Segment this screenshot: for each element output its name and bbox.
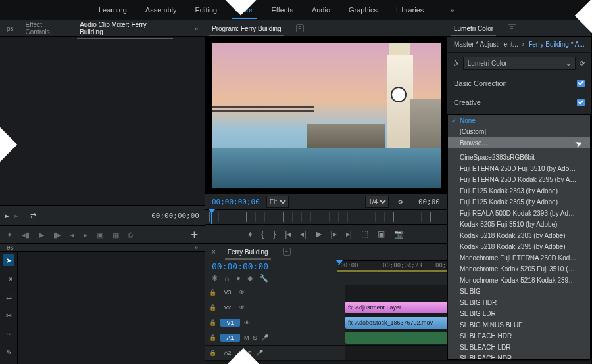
program-resolution-select[interactable]: 1/4 (365, 196, 389, 208)
workspace-tab-graphics[interactable]: Graphics (349, 6, 378, 14)
add-marker-icon[interactable]: ✦ (7, 231, 12, 239)
step-fwd-icon[interactable]: ▮▸ (53, 231, 61, 239)
linked-sel-icon[interactable]: ∩ (224, 274, 230, 283)
source-tab-audio-clip-mixer[interactable]: Audio Clip Mixer: Ferry Building (80, 21, 170, 35)
track-label[interactable]: V3 (220, 289, 235, 296)
dropdown-item[interactable]: Monochrome Kodak 5205 Fuji 3510 (by Adob… (448, 263, 590, 275)
markers-icon[interactable]: ● (236, 274, 241, 283)
voiceover-icon[interactable]: 🎤 (261, 334, 268, 341)
extract-icon[interactable]: ▣ (378, 229, 385, 239)
dropdown-item[interactable]: Fuji ETERNA 250D Kodak 2395 (by Adobe) (448, 174, 590, 185)
program-tab[interactable]: Program: Ferry Building (212, 25, 282, 32)
dropdown-item[interactable]: SL BIG HDR (448, 297, 590, 308)
razor-tool-icon[interactable]: ✂ (3, 309, 14, 321)
dropdown-item[interactable]: Fuji F125 Kodak 2395 (by Adobe) (448, 196, 590, 208)
track-label[interactable]: V1 (220, 319, 240, 327)
dropdown-item[interactable]: [Custom] (448, 126, 590, 137)
source-tab-effect-controls[interactable]: Effect Controls (26, 21, 68, 35)
look-preset-dropdown[interactable]: None[Custom]Browse...CineSpace2383sRGB6b… (447, 114, 591, 360)
lumetri-section-creative[interactable]: Creative (447, 93, 591, 112)
export-frame-icon[interactable]: 📷 (394, 229, 404, 239)
step-back-icon[interactable]: ◂| (300, 229, 306, 239)
lock-icon[interactable]: 🔒 (209, 319, 216, 326)
workspace-tab-effects[interactable]: Effects (271, 6, 293, 14)
dropdown-item[interactable]: Monochrome Fuji ETERNA 250D Kodak 2395 (… (448, 252, 590, 263)
clip-adjustment-layer[interactable]: fx Adjustment Layer (345, 302, 462, 313)
dropdown-item[interactable]: None (448, 115, 590, 126)
dropdown-item[interactable]: Browse... (448, 137, 590, 148)
mute-toggle[interactable]: M (244, 334, 249, 341)
lock-icon[interactable]: 🔒 (209, 304, 216, 311)
dropdown-item[interactable]: SL BIG MINUS BLUE (448, 319, 590, 330)
toggle-output-icon[interactable]: 👁 (239, 289, 245, 296)
workspace-tab-audio[interactable]: Audio (312, 6, 330, 14)
settings-icon[interactable]: ◆ (247, 274, 253, 283)
workspace-tab-learning[interactable]: Learning (99, 6, 127, 14)
program-timecode[interactable]: 00;00;00;00 (212, 198, 260, 206)
voiceover-icon[interactable]: 🎤 (256, 350, 263, 356)
project-tab-left[interactable]: es (7, 244, 14, 251)
clip-video[interactable]: fx AdobeStock_186376702.mov (345, 317, 461, 329)
track-label[interactable]: A2 (220, 350, 235, 356)
source-mode-icon[interactable]: ⇄ (30, 212, 36, 220)
program-playhead[interactable] (209, 210, 214, 224)
track-label[interactable]: V2 (220, 304, 235, 311)
solo-toggle[interactable]: S (253, 334, 257, 341)
dropdown-item[interactable]: Monochrome Kodak 5218 Kodak 2395 (by Ado… (448, 275, 590, 286)
marker-icon[interactable]: ♦ (248, 229, 252, 239)
timeline-tab[interactable]: Ferry Building (228, 248, 268, 256)
dropdown-item[interactable]: Fuji ETERNA 250D Fuji 3510 (by Adobe) (448, 163, 590, 174)
source-overflow-icon[interactable]: » (194, 25, 198, 32)
dropdown-item[interactable]: CineSpace2383sRGB6bit (448, 152, 590, 163)
lumetri-section-basic[interactable]: Basic Correction (447, 74, 591, 93)
lift-icon[interactable]: ⬚ (361, 229, 368, 239)
toggle-output-icon[interactable]: 👁 (239, 304, 245, 311)
overflow-icon[interactable]: » (194, 244, 198, 251)
pen-tool-icon[interactable]: ✎ (3, 346, 14, 358)
track-label[interactable]: A1 (220, 334, 240, 342)
lock-icon[interactable]: 🔒 (209, 334, 216, 341)
dropdown-item[interactable]: Kodak 5205 Fuji 3510 (by Adobe) (448, 219, 590, 230)
checkbox-on-icon[interactable] (577, 99, 585, 106)
play-icon[interactable]: ▶ (39, 231, 44, 239)
project-browser[interactable] (18, 252, 205, 364)
settings-icon[interactable]: ⚙ (398, 198, 403, 206)
dropdown-item[interactable]: SL BIG (448, 286, 590, 297)
export-frame-icon[interactable]: ⎙ (128, 231, 133, 239)
source-tab-ps[interactable]: ps (7, 25, 14, 32)
close-seq-icon[interactable]: × (212, 248, 216, 256)
ripple-tool-icon[interactable]: ⥄ (3, 291, 14, 303)
checkbox-on-icon[interactable] (577, 80, 585, 87)
dropdown-item[interactable]: SL BIG LDR (448, 308, 590, 319)
step-back-icon[interactable]: ◂▮ (22, 231, 30, 239)
snap-icon[interactable]: ✱ (212, 274, 218, 283)
dropdown-item[interactable]: SL BLEACH NDR (448, 353, 590, 360)
lumetri-clip-link[interactable]: Ferry Building * A... (528, 41, 585, 48)
button-editor-icon[interactable]: + (191, 228, 198, 242)
timeline-timecode[interactable]: 00:00:00:00 (205, 260, 337, 274)
dropdown-item[interactable]: SL BLEACH HDR (448, 330, 590, 342)
selection-tool-icon[interactable]: ➤ (3, 254, 14, 266)
lumetri-tab[interactable]: Lumetri Color (454, 25, 493, 32)
panel-menu-icon[interactable]: ≡ (508, 24, 516, 32)
play-icon[interactable]: ▶ (316, 229, 322, 239)
source-timecode-icon[interactable]: ▸ (5, 212, 9, 220)
workspace-tab-editing[interactable]: Editing (195, 6, 218, 14)
workspace-overflow-icon[interactable]: » (450, 6, 454, 14)
program-time-ruler[interactable] (205, 209, 447, 224)
slip-tool-icon[interactable]: ↔ (3, 328, 14, 340)
lumetri-fx-select[interactable]: Lumetri Color ⌄ (463, 57, 576, 70)
in-point-icon[interactable]: { (261, 229, 264, 239)
overwrite-icon[interactable]: ▦ (112, 231, 119, 239)
lock-icon[interactable]: 🔒 (209, 289, 216, 296)
out-point-icon[interactable]: } (273, 229, 276, 239)
panel-menu-icon[interactable]: ≡ (283, 248, 291, 256)
track-select-tool-icon[interactable]: ⇥ (3, 273, 14, 284)
reset-icon[interactable]: ⟳ (580, 60, 585, 67)
dropdown-item[interactable]: Fuji REALA 500D Kodak 2393 (by Adobe) (448, 208, 590, 219)
dropdown-item[interactable]: Kodak 5218 Kodak 2383 (by Adobe) (448, 230, 590, 241)
lock-icon[interactable]: 🔒 (209, 350, 216, 356)
step-fwd-icon[interactable]: |▸ (331, 229, 337, 239)
workspace-tab-assembly[interactable]: Assembly (145, 6, 177, 14)
dropdown-item[interactable]: Fuji F125 Kodak 2393 (by Adobe) (448, 185, 590, 196)
